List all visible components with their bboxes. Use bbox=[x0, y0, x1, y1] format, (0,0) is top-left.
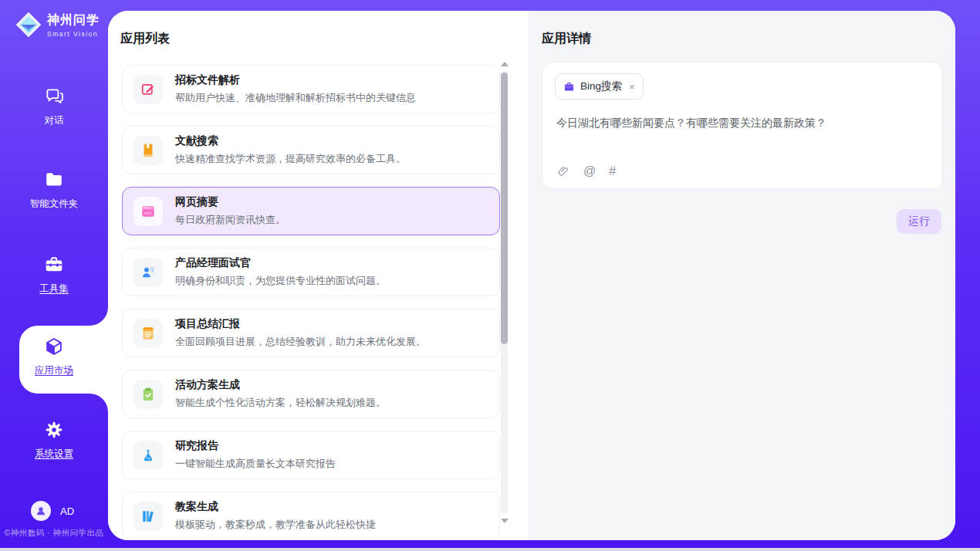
app-icon-tile bbox=[133, 136, 163, 165]
sidebar: 神州问学 Smart Vision 对话 智能文件夹 bbox=[0, 0, 108, 548]
folder-icon bbox=[44, 170, 64, 190]
sidebar-item-toolset[interactable]: 工具集 bbox=[0, 255, 108, 296]
run-button[interactable]: 运行 bbox=[897, 209, 941, 234]
app-card-desc: 模板驱动，教案秒成，教学准备从此轻松快捷 bbox=[175, 518, 376, 532]
brand-logo: 神州问学 Smart Vision bbox=[15, 12, 100, 38]
sidebar-item-label: 系统设置 bbox=[0, 448, 108, 461]
app-card-desc: 快速精准查找学术资源，提高研究效率的必备工具。 bbox=[175, 152, 406, 166]
memo-icon bbox=[140, 326, 156, 341]
scroll-down-icon[interactable] bbox=[501, 519, 509, 523]
scrollbar-thumb[interactable] bbox=[501, 73, 508, 344]
webpage-code-icon: </> bbox=[140, 204, 156, 219]
tool-chip-label: Bing搜索 bbox=[580, 79, 622, 93]
prompt-input[interactable]: 今日湖北有哪些新闻要点？有哪些需要关注的最新政策？ bbox=[556, 115, 927, 131]
app-icon-tile bbox=[133, 441, 163, 470]
app-card-desc: 全面回顾项目进展，总结经验教训，助力未来优化发展。 bbox=[175, 335, 426, 349]
app-card-title: 教案生成 bbox=[175, 500, 376, 514]
app-card-lesson-plan[interactable]: 教案生成 模板驱动，教案秒成，教学准备从此轻松快捷 bbox=[122, 492, 500, 540]
avatar bbox=[31, 501, 51, 521]
prompt-card: Bing搜索 × 今日湖北有哪些新闻要点？有哪些需要关注的最新政策？ @ # bbox=[542, 62, 943, 189]
app-icon-tile bbox=[133, 380, 163, 409]
toolbox-icon bbox=[44, 255, 64, 275]
app-list-title: 应用列表 bbox=[120, 31, 170, 47]
flask-icon bbox=[140, 448, 156, 463]
app-card-desc: 智能生成个性化活动方案，轻松解决规划难题。 bbox=[175, 396, 386, 410]
app-card-title: 项目总结汇报 bbox=[175, 317, 426, 331]
app-card-research-report[interactable]: 研究报告 一键智能生成高质量长文本研究报告 bbox=[122, 431, 500, 479]
app-icon-tile: </> bbox=[133, 197, 163, 226]
sidebar-item-settings[interactable]: 系统设置 bbox=[0, 420, 108, 461]
app-card-title: 文献搜索 bbox=[175, 134, 406, 148]
app-card-desc: 每日政府新闻资讯快查。 bbox=[175, 213, 286, 227]
user-name: AD bbox=[60, 505, 74, 517]
gear-icon bbox=[44, 420, 64, 440]
diamond-logo-icon bbox=[15, 12, 42, 38]
app-card-web-summary[interactable]: </> 网页摘要 每日政府新闻资讯快查。 bbox=[122, 187, 500, 235]
attachment-toolbar: @ # bbox=[556, 164, 616, 178]
scrollbar-track[interactable] bbox=[501, 71, 508, 514]
interviewer-icon bbox=[140, 265, 156, 280]
app-list-panel: 应用列表 招标文件解析 帮助用户快速、准确地理解和解析招标书中的关键信息 bbox=[108, 11, 528, 540]
svg-text:</>: </> bbox=[144, 211, 153, 215]
app-card-desc: 明确身份和职责，为您提供专业性的面试问题。 bbox=[175, 274, 386, 288]
app-card-title: 活动方案生成 bbox=[175, 378, 386, 392]
edit-square-icon bbox=[140, 82, 156, 97]
app-frame: 神州问学 Smart Vision 对话 智能文件夹 bbox=[0, 0, 980, 548]
bubble-notch-top bbox=[90, 307, 108, 326]
bubble-notch-bottom bbox=[90, 394, 108, 412]
app-card-pm-interviewer[interactable]: 产品经理面试官 明确身份和职责，为您提供专业性的面试问题。 bbox=[122, 248, 500, 296]
app-card-bid-doc-parse[interactable]: 招标文件解析 帮助用户快速、准确地理解和解析招标书中的关键信息 bbox=[122, 65, 500, 113]
app-card-desc: 一键智能生成高质量长文本研究报告 bbox=[175, 457, 336, 471]
app-icon-tile bbox=[133, 258, 163, 287]
app-card-literature-search[interactable]: 文献搜索 快速精准查找学术资源，提高研究效率的必备工具。 bbox=[122, 126, 500, 174]
copyright-footer: ©神州数码 · 神州问学出品 bbox=[0, 528, 108, 539]
briefcase-icon bbox=[563, 81, 575, 93]
sidebar-item-smart-folder[interactable]: 智能文件夹 bbox=[0, 170, 108, 211]
scroll-up-icon[interactable] bbox=[501, 62, 509, 66]
cube-icon bbox=[44, 336, 64, 357]
app-card-title: 产品经理面试官 bbox=[175, 256, 386, 270]
sidebar-item-label: 应用市场 bbox=[0, 364, 108, 377]
brand-subtitle: Smart Vision bbox=[47, 30, 100, 38]
app-card-desc: 帮助用户快速、准确地理解和解析招标书中的关键信息 bbox=[175, 91, 416, 105]
topic-icon[interactable]: # bbox=[609, 164, 616, 178]
app-icon-tile bbox=[133, 502, 163, 531]
chat-icon bbox=[44, 86, 64, 106]
app-detail-panel: 应用详情 Bing搜索 × 今日湖北有哪些新闻要点？有哪些需要关注的最新政策？ bbox=[528, 11, 955, 540]
sidebar-item-chat[interactable]: 对话 bbox=[0, 86, 108, 127]
app-card-list: 招标文件解析 帮助用户快速、准确地理解和解析招标书中的关键信息 文献搜索 bbox=[122, 65, 500, 540]
person-icon bbox=[35, 505, 47, 517]
user-account[interactable]: AD bbox=[31, 501, 74, 521]
app-detail-title: 应用详情 bbox=[542, 31, 591, 47]
sidebar-item-app-market[interactable]: 应用市场 bbox=[0, 336, 108, 377]
sidebar-item-label: 智能文件夹 bbox=[0, 198, 108, 211]
chip-close-icon[interactable]: × bbox=[629, 82, 635, 92]
app-card-project-summary[interactable]: 项目总结汇报 全面回顾项目进展，总结经验教训，助力未来优化发展。 bbox=[122, 309, 500, 357]
book-icon bbox=[140, 143, 156, 158]
app-card-title: 网页摘要 bbox=[175, 195, 286, 209]
app-card-title: 研究报告 bbox=[175, 439, 336, 453]
app-list-scrollbar[interactable] bbox=[500, 62, 509, 523]
content-shell: 应用列表 招标文件解析 帮助用户快速、准确地理解和解析招标书中的关键信息 bbox=[108, 11, 955, 540]
sidebar-item-label: 对话 bbox=[0, 114, 108, 127]
app-icon-tile bbox=[133, 75, 163, 104]
mention-icon[interactable]: @ bbox=[583, 164, 596, 178]
tool-chip-bing-search[interactable]: Bing搜索 × bbox=[555, 73, 644, 100]
paperclip-icon[interactable] bbox=[556, 164, 570, 178]
app-card-event-plan[interactable]: 活动方案生成 智能生成个性化活动方案，轻松解决规划难题。 bbox=[122, 370, 500, 418]
app-icon-tile bbox=[133, 319, 163, 348]
brand-name: 神州问学 bbox=[47, 13, 100, 26]
books-icon bbox=[140, 509, 156, 524]
sidebar-item-label: 工具集 bbox=[0, 282, 108, 296]
clipboard-check-icon bbox=[140, 387, 156, 402]
app-card-title: 招标文件解析 bbox=[175, 73, 416, 87]
